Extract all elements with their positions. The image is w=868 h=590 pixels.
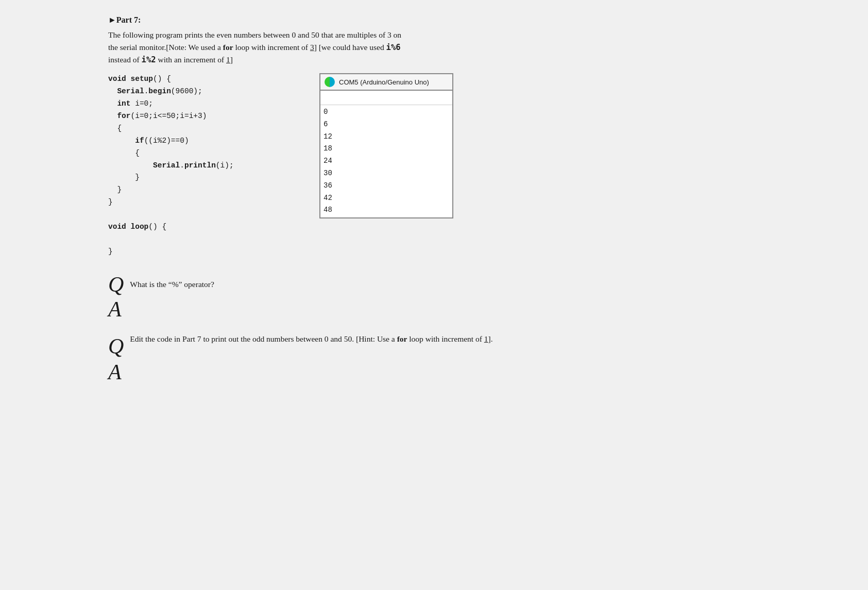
q1-a-row: A	[108, 298, 778, 320]
code-block: void setup() { Serial.begin(9600); int i…	[108, 73, 304, 258]
code-line-12: void loop() {	[108, 221, 304, 233]
serial-monitor-icon	[325, 77, 335, 87]
code-line-blank2	[108, 233, 304, 246]
code-line-11: }	[108, 196, 304, 209]
qa-section: Q What is the “%” operator? A Q Edit the…	[108, 274, 778, 383]
q1-a-label: A	[108, 298, 122, 320]
q1-q-label: Q	[108, 274, 124, 295]
q1-text: What is the “%” operator?	[130, 280, 214, 289]
output-line-6: 6	[324, 119, 449, 131]
q2-a-label: A	[108, 361, 122, 383]
page-container: ►Part 7: The following program prints th…	[0, 0, 868, 590]
output-line-30: 30	[324, 167, 449, 180]
code-line-10: }	[108, 184, 304, 196]
output-line-48: 48	[324, 204, 449, 216]
code-line-2: Serial.begin(9600);	[108, 86, 304, 98]
part-heading: ►Part 7:	[108, 15, 778, 25]
output-line-0: 0	[324, 106, 449, 119]
code-line-1: void setup() {	[108, 73, 304, 86]
code-line-4: for(i=0;i<=50;i=i+3)	[108, 110, 304, 123]
code-line-8: Serial.println(i);	[108, 160, 304, 172]
serial-monitor-body: 0 6 12 18 24 30 36 42 48	[320, 105, 452, 217]
code-line-7: {	[108, 147, 304, 160]
code-line-13: }	[108, 246, 304, 258]
output-line-12: 12	[324, 131, 449, 143]
code-line-5: {	[108, 123, 304, 135]
qa-item-1: Q What is the “%” operator? A	[108, 274, 778, 320]
code-line-3: int i=0;	[108, 98, 304, 110]
q2-q-label: Q	[108, 334, 124, 358]
code-line-9: }	[108, 172, 304, 184]
serial-monitor-header: COM5 (Arduino/Genuino Uno)	[320, 74, 452, 91]
content-area: ►Part 7: The following program prints th…	[108, 15, 778, 383]
serial-monitor: COM5 (Arduino/Genuino Uno) 0 6 12 18 24 …	[319, 73, 453, 218]
arrow-icon: ►	[108, 15, 116, 24]
qa-item-2: Q Edit the code in Part 7 to print out t…	[108, 334, 778, 383]
output-line-36: 36	[324, 180, 449, 192]
output-line-24: 24	[324, 155, 449, 167]
q2-row: Q Edit the code in Part 7 to print out t…	[108, 334, 778, 358]
q2-a-row: A	[108, 361, 778, 383]
output-line-42: 42	[324, 192, 449, 205]
code-line-6: if((i%2)==0)	[108, 135, 304, 147]
part-heading-text: Part 7:	[116, 15, 141, 24]
q2-text: Edit the code in Part 7 to print out the…	[130, 334, 492, 344]
desc-line1: The following program prints the even nu…	[108, 30, 401, 64]
serial-monitor-input-row	[320, 91, 452, 105]
output-line-18: 18	[324, 143, 449, 155]
description-text: The following program prints the even nu…	[108, 29, 531, 66]
main-content-row: void setup() { Serial.begin(9600); int i…	[108, 73, 778, 258]
serial-monitor-title: COM5 (Arduino/Genuino Uno)	[339, 78, 429, 86]
q1-row: Q What is the “%” operator?	[108, 274, 778, 295]
code-line-blank	[108, 209, 304, 221]
